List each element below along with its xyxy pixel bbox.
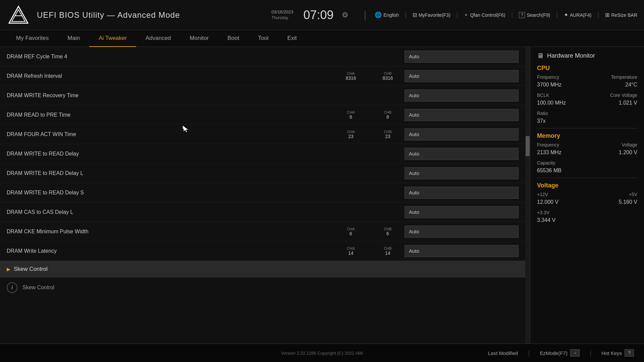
setting-value-four-act[interactable]: Auto [405,128,519,140]
voltage-12-row: +12V +5V [537,192,637,197]
chb-cke: CHB 6 [374,227,401,236]
chb-write-latency: CHB 14 [374,246,401,256]
voltage-5-value: 5.160 V [619,199,637,205]
info-icon: i [7,282,17,293]
nav-my-favorites[interactable]: My Favorites [7,30,58,47]
memory-section-title: Memory [537,132,637,139]
hotkeys-button[interactable]: Hot Keys ? [601,349,634,357]
cpu-ratio-value-row: 37x [537,118,637,124]
nav-main[interactable]: Main [58,30,89,47]
setting-value-dram-refresh[interactable]: Auto [405,70,519,82]
cpu-section-title: CPU [537,65,637,72]
setting-value-dram-ref-cycle[interactable]: Auto [405,51,519,63]
ezmode-label: EzMode(F7) [540,350,568,356]
setting-value-cke-min-pulse[interactable]: Auto [405,226,519,238]
setting-value-cas-delay-l[interactable]: Auto [405,206,519,218]
last-modified-button[interactable]: Last Modified [488,349,518,357]
nav-ai-tweaker[interactable]: Ai Tweaker [89,30,136,47]
memory-freq-row: Frequency Voltage [537,142,637,147]
memory-capacity-value-row: 65536 MB [537,168,637,174]
setting-value-write-latency[interactable]: Auto [405,245,519,257]
cpu-ratio-label-row: Ratio [537,111,637,116]
nav-advanced[interactable]: Advanced [136,30,180,47]
navigation-bar: My Favorites Main Ai Tweaker Advanced Mo… [0,30,644,47]
setting-dram-ref-cycle[interactable]: DRAM REF Cycle Time 4 Auto [0,47,530,66]
voltage-section-title: Voltage [537,182,637,189]
ezmode-button[interactable]: EzMode(F7) → [540,349,580,357]
setting-dram-read-pre[interactable]: DRAM READ to PRE Time CHA 8 CHB 8 Auto [0,105,530,125]
language-label: English [383,12,399,18]
app-title: UEFI BIOS Utility — Advanced Mode [37,10,265,20]
setting-dram-write-latency[interactable]: DRAM Write Latency CHA 14 CHB 14 Auto [0,241,530,261]
nav-tool[interactable]: Tool [249,30,278,47]
scrollbar[interactable] [525,47,530,344]
aura-button[interactable]: ✦ AURA(F4) [564,12,592,18]
qfan-button[interactable]: ⚬ Qfan Control(F6) [464,12,505,18]
setting-value-write-read-delay[interactable]: Auto [405,148,519,160]
nav-exit[interactable]: Exit [278,30,306,47]
voltage-12-label: +12V [537,192,548,197]
setting-value-write-read-delay-s[interactable]: Auto [405,187,519,199]
cpu-bclk-label: BCLK [537,93,549,98]
copyright-text: Version 2.22.1286 Copyright (C) 2022 AMI [218,351,426,356]
cpu-frequency-row: Frequency Temperature [537,74,637,80]
setting-dram-write-recovery[interactable]: DRAM WRITE Recovery Time Auto [0,86,530,105]
qfan-label: Qfan Control(F6) [470,12,505,18]
myfav-label: MyFavorite(F3) [419,12,450,18]
resize-bar-button[interactable]: ⊞ ReSize BAR [605,12,637,18]
setting-dram-four-act[interactable]: DRAM FOUR ACT WIN Time CHA 23 CHB 23 Aut… [0,125,530,144]
sep5: | [556,11,558,18]
memory-voltage-label: Voltage [622,142,637,147]
voltage-33-label-row: +3.3V [537,210,637,215]
setting-value-write-read-delay-l[interactable]: Auto [405,167,519,179]
cpu-frequency-value-row: 3700 MHz 24°C [537,82,637,88]
nav-boot[interactable]: Boot [218,30,249,47]
cpu-bclk-value: 100.00 MHz [537,100,566,106]
setting-value-write-recovery[interactable]: Auto [405,89,519,102]
setting-dram-write-read-delay-s[interactable]: DRAM WRITE to READ Delay S Auto [0,183,530,202]
setting-label-dram-ref-cycle: DRAM REF Cycle Time 4 [7,54,204,60]
voltage-33-value: 3.344 V [537,217,555,223]
search-button[interactable]: ? Search(F9) [519,12,550,18]
skew-control-section[interactable]: ▶ Skew Control [0,261,530,278]
setting-dram-refresh-interval[interactable]: DRAM Refresh Interval CHA 8316 CHB 8316 … [0,66,530,86]
scrollbar-thumb[interactable] [526,136,530,156]
footer: Version 2.22.1286 Copyright (C) 2022 AMI… [0,344,644,362]
memory-voltage-value: 1.200 V [619,149,637,156]
setting-label-four-act: DRAM FOUR ACT WIN Time [7,131,337,137]
setting-dram-cke-min-pulse[interactable]: DRAM CKE Minimum Pulse Width CHA 6 CHB 6… [0,222,530,241]
settings-icon[interactable]: ⚙ [342,11,348,19]
setting-dram-write-read-delay-l[interactable]: DRAM WRITE to READ Delay L Auto [0,164,530,183]
myfavorite-button[interactable]: ⊟ MyFavorite(F3) [413,12,450,18]
cha-write-latency: CHA 14 [337,246,364,256]
chb-read-pre: CHB 8 [374,110,401,120]
setting-dram-write-read-delay[interactable]: DRAM WRITE to READ Delay Auto [0,144,530,164]
setting-label-write-read-delay-l: DRAM WRITE to READ Delay L [7,170,204,176]
nav-monitor[interactable]: Monitor [180,30,218,47]
setting-dram-cas-delay-l[interactable]: DRAM CAS to CAS Delay L Auto [0,202,530,222]
cpu-ratio-label: Ratio [537,111,548,116]
sep3: | [457,11,458,18]
info-skew-label: Skew Control [22,285,54,291]
settings-list: DRAM REF Cycle Time 4 Auto DRAM Refresh … [0,47,530,261]
settings-panel: DRAM REF Cycle Time 4 Auto DRAM Refresh … [0,47,530,344]
voltage-12-value-row: 12.000 V 5.160 V [537,199,637,205]
time-display: 07:09 [303,8,333,22]
aura-icon: ✦ [564,12,568,18]
question-icon: ? [519,12,525,18]
cpu-core-voltage-value: 1.021 V [619,100,637,106]
sep4: | [512,11,513,18]
cpu-core-voltage-label: Core Voltage [610,93,637,98]
day-display: Thursday [271,15,293,21]
setting-label-write-read-delay: DRAM WRITE to READ Delay [7,151,204,157]
ch-pair-read-pre: CHA 8 CHB 8 [337,110,401,120]
cpu-ratio-value: 37x [537,118,546,124]
language-selector[interactable]: 🌐 English [375,11,399,18]
memory-frequency-label: Frequency [537,142,559,147]
voltage-33-label: +3.3V [537,210,549,215]
cha-read-pre: CHA 8 [337,110,364,120]
setting-value-read-pre[interactable]: Auto [405,109,519,121]
resize-label: ReSize BAR [611,12,637,18]
memory-capacity-label: Capacity [537,160,555,166]
hotkeys-label: Hot Keys [601,350,622,356]
